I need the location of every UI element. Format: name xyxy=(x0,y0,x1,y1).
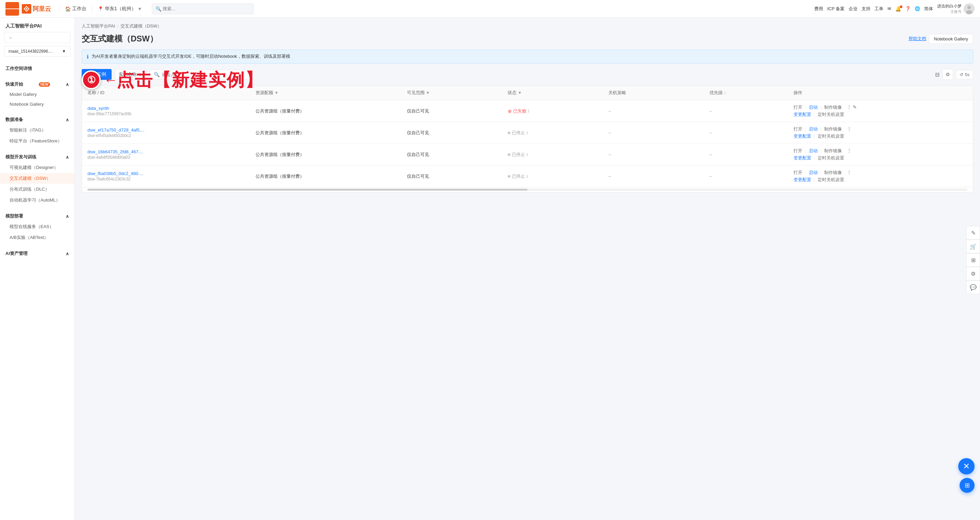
float-btn-cart[interactable]: 🛒 xyxy=(966,239,980,253)
action-config-2[interactable]: 变更配置 xyxy=(794,133,811,140)
refresh-btn[interactable]: ↺ 5s xyxy=(956,70,973,79)
instance-name-link-2[interactable]: dsw_ef17a750_d728_4af5.... xyxy=(88,127,145,133)
col-header-resource[interactable]: 资源配额 ▼ xyxy=(250,86,401,100)
back-icon: ← xyxy=(8,35,13,40)
sidebar-section-header-model-dev[interactable]: 模型开发与训练 ∧ xyxy=(0,152,75,162)
scroll-bar-thumb[interactable] xyxy=(88,189,527,191)
cell-status-3: 已停止 ℹ xyxy=(502,144,603,165)
cell-priority-3: – xyxy=(704,144,788,165)
nav-mail[interactable]: ✉ xyxy=(888,6,891,11)
sidebar-item-automl[interactable]: 自动机器学习（AutoML） xyxy=(0,195,75,206)
settings-icon-btn[interactable]: ⚙ xyxy=(942,69,953,80)
instance-id-1: dsw-99ac7715997ac69c xyxy=(88,111,245,116)
search-icon: 🔍 xyxy=(156,6,161,11)
action-mirror-2[interactable]: 制作镜像 xyxy=(824,126,842,132)
action-more-1[interactable]: ⋮ xyxy=(847,104,851,109)
action-more-4[interactable]: ⋮ xyxy=(847,170,851,175)
sidebar-section-header-quickstart[interactable]: 快速开始 NEW ∧ xyxy=(0,79,75,89)
action-open-2[interactable]: 打开 xyxy=(794,126,802,132)
edit-icon-1[interactable]: ✎ xyxy=(853,104,857,110)
col-header-visible[interactable]: 可见范围 ▼ xyxy=(401,86,502,100)
sidebar-workspace-select[interactable]: maas_151443822996.... ▼ xyxy=(4,46,70,57)
sidebar-item-dlc[interactable]: 分布式训练（DLC） xyxy=(0,184,75,195)
chevron-ai-icon: ∧ xyxy=(66,251,69,256)
sidebar-section-header-deploy[interactable]: 模型部署 ∧ xyxy=(0,211,75,221)
nav-fees[interactable]: 费用 xyxy=(814,6,823,12)
sidebar-item-notebook-gallery[interactable]: Notebook Gallery xyxy=(0,99,75,109)
sidebar-item-itag[interactable]: 智能标注（iTAG） xyxy=(0,125,75,136)
nav-right: 费用 ICP 备案 企业 支持 工单 ✉ 🔔 ❓ 🌐 简体 进击的白小梦 主账号 xyxy=(814,3,975,14)
action-open-4[interactable]: 打开 xyxy=(794,170,802,176)
cell-visible-1: 仅自己可见 xyxy=(401,100,502,122)
create-instance-btn[interactable]: 新建实例 xyxy=(82,69,111,80)
sidebar-section-header-data[interactable]: 数据准备 ∧ xyxy=(0,114,75,125)
status-badge-1: ⊗ 已失败 ℹ xyxy=(508,108,530,114)
nav-subtitle: 主账号 xyxy=(937,9,962,14)
action-config-1[interactable]: 变更配置 xyxy=(794,111,811,117)
action-open-3[interactable]: 打开 xyxy=(794,148,802,154)
action-mirror-3[interactable]: 制作镜像 xyxy=(824,148,842,154)
sidebar-item-designer[interactable]: 可视化建模（Designer） xyxy=(0,162,75,173)
sidebar-item-eas[interactable]: 模型在线服务（EAS） xyxy=(0,221,75,232)
breadcrumb: 人工智能平台PAI / 交互式建模（DSW） xyxy=(82,23,973,29)
menu-button[interactable] xyxy=(5,2,19,16)
nav-icp[interactable]: ICP 备案 xyxy=(827,6,845,12)
nav-order[interactable]: 工单 xyxy=(875,6,883,12)
nav-workbench[interactable]: 🏠 工作台 xyxy=(61,0,91,17)
edit-icon-2[interactable]: ✎ xyxy=(853,126,857,132)
help-doc-link[interactable]: 帮助文档 xyxy=(908,36,926,42)
filter-select[interactable]: 实例名称 ▼ xyxy=(115,69,146,79)
main-content: 人工智能平台PAI / 交互式建模（DSW） 交互式建模（DSW） 帮助文档 N… xyxy=(75,17,980,520)
action-schedule-2[interactable]: 定时关机设置 xyxy=(818,133,844,140)
sidebar-item-model-gallery[interactable]: Model Gallery xyxy=(0,89,75,99)
nav-username: 进击的白小梦 xyxy=(937,3,962,9)
sidebar-back-btn[interactable]: ← xyxy=(4,32,70,43)
sidebar-item-abtest[interactable]: A/B实验（ABTest） xyxy=(0,232,75,243)
edit-icon-3[interactable]: ✎ xyxy=(853,148,857,153)
action-more-3[interactable]: ⋮ xyxy=(847,148,851,153)
col-header-status[interactable]: 状态 ▼ xyxy=(502,86,603,100)
sidebar-item-featurestore[interactable]: 特征平台（FeatureStore） xyxy=(0,136,75,146)
float-btn-edit[interactable]: ✎ xyxy=(966,226,980,239)
nav-globe[interactable]: 🌐 xyxy=(915,6,920,11)
sidebar-section-header-ai-asset[interactable]: AI资产管理 ∧ xyxy=(0,249,75,258)
action-start-4[interactable]: 启动 xyxy=(809,170,818,176)
breadcrumb-pai[interactable]: 人工智能平台PAI xyxy=(82,23,115,29)
fab-main-btn[interactable]: ✕ xyxy=(958,458,975,474)
chevron-deploy-icon: ∧ xyxy=(66,214,69,219)
nav-help[interactable]: ❓ xyxy=(905,6,911,11)
action-more-2[interactable]: ⋮ xyxy=(847,126,851,131)
sidebar-section-header-workspace[interactable]: 工作空间详情 xyxy=(0,63,75,74)
edit-icon-4[interactable]: ✎ xyxy=(853,170,857,175)
action-schedule-4[interactable]: 定时关机设置 xyxy=(818,177,844,183)
action-open-1[interactable]: 打开 xyxy=(794,104,802,111)
action-config-3[interactable]: 变更配置 xyxy=(794,155,811,161)
action-schedule-1[interactable]: 定时关机设置 xyxy=(818,111,844,117)
action-mirror-1[interactable]: 制作镜像 xyxy=(824,104,842,111)
action-start-3[interactable]: 启动 xyxy=(809,148,818,154)
action-schedule-3[interactable]: 定时关机设置 xyxy=(818,155,844,161)
filter-icon-btn[interactable]: ⊟ xyxy=(935,71,940,78)
search-input[interactable] xyxy=(163,6,250,11)
sidebar-item-dsw[interactable]: 交互式建模（DSW） xyxy=(0,173,75,184)
float-btn-grid[interactable]: ⊞ xyxy=(966,253,980,267)
col-header-priority[interactable]: 优先级 ↕ xyxy=(704,86,788,100)
notebook-gallery-btn[interactable]: Notebook Gallery xyxy=(929,34,973,44)
nav-lang[interactable]: 简体 xyxy=(924,6,933,12)
instance-name-link-4[interactable]: dsw_fba038b5_0dc2_480.... xyxy=(88,171,143,176)
instance-name-link-1[interactable]: data_synth xyxy=(88,106,109,111)
search-input-field[interactable] xyxy=(162,72,247,77)
action-start-1[interactable]: 启动 xyxy=(809,104,818,111)
float-btn-settings[interactable]: ⚙ xyxy=(966,267,980,281)
nav-region[interactable]: 📍 华东1（杭州） ▼ xyxy=(94,0,146,17)
instance-name-link-3[interactable]: dsw_16b64735_2fd8_467.... xyxy=(88,149,143,154)
action-mirror-4[interactable]: 制作镜像 xyxy=(824,170,842,176)
action-start-2[interactable]: 启动 xyxy=(809,126,818,132)
nav-user[interactable]: 进击的白小梦 主账号 xyxy=(937,3,975,14)
nav-support[interactable]: 支持 xyxy=(862,6,870,12)
nav-bell[interactable]: 🔔 xyxy=(895,6,901,11)
fab-secondary-btn[interactable]: ⊞ xyxy=(959,478,975,493)
float-btn-chat[interactable]: 💬 xyxy=(966,281,980,294)
action-config-4[interactable]: 变更配置 xyxy=(794,177,811,183)
nav-enterprise[interactable]: 企业 xyxy=(849,6,858,12)
